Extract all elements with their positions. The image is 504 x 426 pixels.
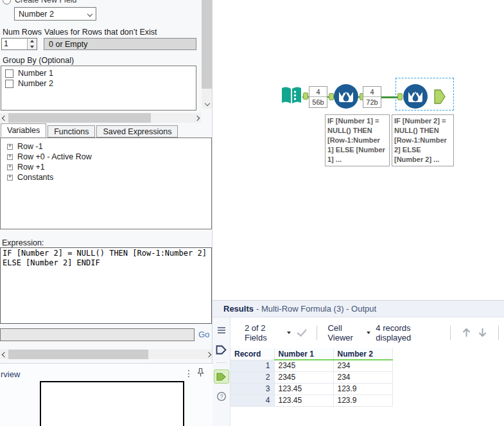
- divider: [216, 362, 227, 363]
- help-button[interactable]: ?: [214, 390, 229, 403]
- create-new-field-radio-row[interactable]: Create New Field: [3, 0, 77, 4]
- svg-text:?: ?: [220, 393, 223, 400]
- anchor-green-icon: [216, 373, 226, 381]
- input-data-tool[interactable]: [279, 84, 304, 108]
- expand-plus-icon[interactable]: +: [7, 154, 13, 160]
- multi-row-formula-tool-2[interactable]: [333, 84, 359, 109]
- record-number-cell[interactable]: 3: [230, 383, 274, 395]
- cell-viewer-dropdown[interactable]: Cell Viewer: [327, 323, 370, 342]
- scrollbar-thumb[interactable]: [8, 350, 148, 359]
- data-cell[interactable]: 234: [333, 360, 392, 371]
- tree-item-row-0-active[interactable]: + Row +0 - Active Row: [1, 152, 211, 162]
- expression-editor[interactable]: IF [Number 2] = NULL() THEN [Row-1:Numbe…: [0, 247, 212, 324]
- function-search-input[interactable]: [0, 328, 195, 341]
- data-size: 72b: [363, 97, 381, 107]
- column-header-record[interactable]: Record: [230, 348, 274, 360]
- new-field-dropdown[interactable]: Number 2: [14, 7, 96, 21]
- overview-viewport[interactable]: [40, 381, 184, 426]
- caret-down-icon: [287, 332, 291, 334]
- workflow-canvas[interactable]: 4 56b 4 72b: [213, 0, 504, 300]
- tab-variables[interactable]: Variables: [1, 123, 46, 138]
- pin-icon[interactable]: [196, 368, 205, 380]
- connection-progress-label[interactable]: 4 56b: [309, 86, 327, 108]
- go-button[interactable]: Go: [198, 330, 209, 339]
- tab-functions[interactable]: Functions: [48, 125, 95, 138]
- expression-label: Expression:: [2, 238, 44, 247]
- spinner-up-button[interactable]: [28, 39, 37, 44]
- output-anchor-arrow[interactable]: [434, 89, 446, 104]
- grid-header-row: Record Number 1 Number 2: [230, 348, 392, 360]
- scroll-right-button[interactable]: [204, 350, 213, 359]
- connection-progress-label[interactable]: 4 72b: [363, 86, 381, 108]
- fields-dropdown[interactable]: 2 of 2 Fields: [245, 323, 291, 342]
- messages-list-button[interactable]: [214, 324, 229, 337]
- group-by-option-number1[interactable]: Number 1: [1, 68, 196, 78]
- multi-row-formula-icon: [403, 84, 428, 109]
- checkbox-icon[interactable]: [5, 69, 13, 78]
- tool-annotation[interactable]: IF [Number 1] = NULL() THEN [Row-1:Numbe…: [325, 114, 390, 166]
- overview-panel-title: rview: [1, 369, 20, 379]
- config-vertical-scrollbar[interactable]: [202, 0, 213, 109]
- column-header-number1[interactable]: Number 1: [274, 348, 333, 360]
- config-bottom-scrollbar[interactable]: [0, 350, 213, 359]
- data-cell[interactable]: 2345: [274, 371, 333, 383]
- group-by-list: Number 1 Number 2: [1, 66, 196, 111]
- scroll-right-button[interactable]: [193, 113, 201, 123]
- tree-item-row-plus1[interactable]: + Row +1: [1, 162, 211, 172]
- multi-row-formula-tool-3[interactable]: [403, 84, 428, 109]
- chevron-left-icon: [1, 351, 6, 357]
- num-rows-label: Num Rows: [3, 28, 42, 37]
- values-for-rows-dropdown[interactable]: 0 or Empty: [44, 38, 196, 50]
- scroll-up-button[interactable]: [461, 327, 472, 338]
- results-subtitle: - Multi-Row Formula (3) - Output: [256, 304, 376, 314]
- results-toolbar: 2 of 2 Fields Cell Viewer 4 records disp…: [230, 317, 504, 348]
- data-cell[interactable]: 2345: [274, 360, 333, 371]
- chevron-right-icon: [194, 115, 199, 120]
- record-number-cell[interactable]: 4: [230, 395, 274, 406]
- record-number-cell[interactable]: 1: [230, 360, 274, 371]
- config-horizontal-scrollbar[interactable]: [0, 113, 201, 123]
- checkbox-label: Number 1: [18, 69, 53, 78]
- values-dropdown-value: 0 or Empty: [49, 40, 87, 49]
- scroll-left-button[interactable]: [0, 113, 8, 123]
- record-number-cell[interactable]: 2: [230, 371, 274, 383]
- expand-plus-icon[interactable]: +: [7, 164, 13, 170]
- grid-row: 2 2345 234: [230, 371, 392, 383]
- grid-row: 4 123.45 123.9: [230, 395, 392, 406]
- checkbox-icon[interactable]: [5, 80, 13, 88]
- scrollbar-thumb[interactable]: [8, 113, 151, 123]
- data-cell[interactable]: 123.45: [274, 383, 333, 395]
- output-anchor-button-active[interactable]: [214, 369, 229, 384]
- expand-plus-icon[interactable]: +: [7, 144, 13, 150]
- chevron-down-icon: [87, 11, 92, 16]
- spinner-down-button[interactable]: [28, 44, 37, 50]
- scrollbar-thumb[interactable]: [202, 0, 213, 89]
- create-new-field-label: Create New Field: [15, 0, 77, 4]
- scroll-left-button[interactable]: [0, 350, 8, 359]
- group-by-option-number2[interactable]: Number 2: [1, 78, 196, 89]
- data-cell[interactable]: 234: [333, 371, 392, 383]
- alteryx-designer-window: Create New Field Number 2 Num Rows Value…: [0, 0, 504, 426]
- results-header: Results - Multi-Row Formula (3) - Output: [213, 301, 504, 317]
- expand-plus-icon[interactable]: +: [7, 175, 13, 181]
- output-anchor[interactable]: [303, 93, 308, 100]
- data-cell[interactable]: 123.9: [333, 395, 392, 406]
- multi-row-formula-config-panel: Create New Field Number 2 Num Rows Value…: [0, 0, 213, 364]
- data-cell[interactable]: 123.45: [274, 395, 333, 406]
- tree-item-constants[interactable]: + Constants: [1, 172, 211, 182]
- tab-saved-expressions[interactable]: Saved Expressions: [96, 125, 178, 138]
- tree-item-row-minus1[interactable]: + Row -1: [1, 141, 211, 152]
- tool-annotation[interactable]: IF [Number 2] = NULL() THEN [Row-1:Numbe…: [392, 114, 454, 166]
- scroll-down-button[interactable]: [477, 327, 488, 338]
- group-by-label: Group By (Optional): [3, 56, 74, 65]
- column-header-number2[interactable]: Number 2: [333, 348, 392, 360]
- records-displayed-text: 4 records displayed: [376, 323, 440, 342]
- scroll-down-button[interactable]: [202, 98, 213, 109]
- num-rows-stepper[interactable]: 1: [1, 38, 37, 50]
- connection-view-button[interactable]: [214, 343, 229, 356]
- data-cell[interactable]: 123.9: [333, 383, 392, 395]
- input-anchor[interactable]: [397, 93, 403, 100]
- kebab-menu-icon[interactable]: ⋮: [184, 369, 193, 378]
- radio-icon[interactable]: [3, 0, 11, 4]
- arrow-up-icon: [30, 40, 34, 42]
